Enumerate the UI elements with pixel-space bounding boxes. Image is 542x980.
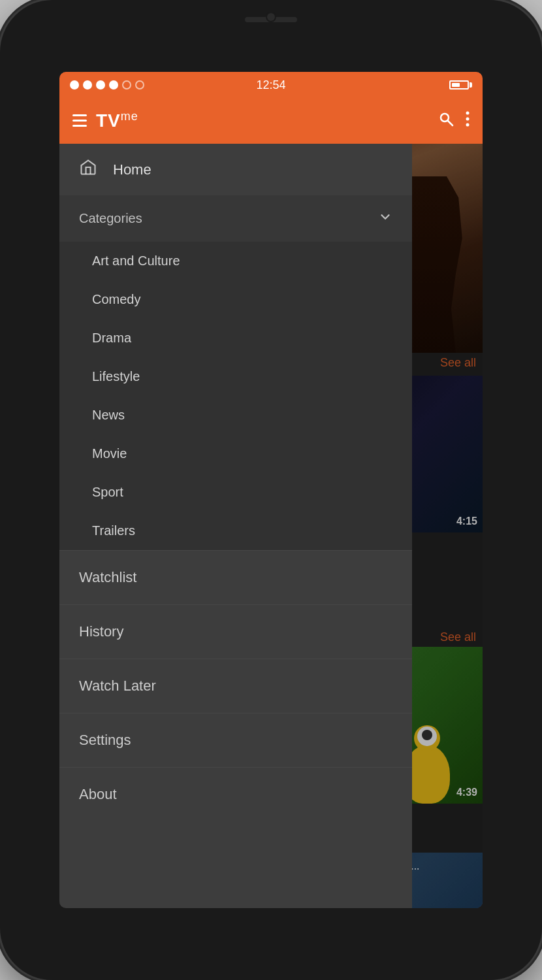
drawer-home-label: Home xyxy=(113,161,151,178)
hamburger-line-2 xyxy=(72,120,87,122)
drawer-categories-label: Categories xyxy=(79,211,142,226)
camera xyxy=(266,12,276,22)
battery-fill xyxy=(452,83,460,87)
app-bar-left: TVme xyxy=(72,110,138,131)
drawer-categories-row[interactable]: Categories xyxy=(59,195,412,242)
navigation-drawer: Home Categories Art and Culture xyxy=(59,144,412,908)
chevron-down-icon xyxy=(378,210,392,227)
signal-dot-6 xyxy=(135,80,144,90)
status-time: 12:54 xyxy=(256,78,285,92)
hamburger-menu-button[interactable] xyxy=(72,114,87,127)
app-title-tv: TV xyxy=(96,111,121,131)
category-item-lifestyle[interactable]: Lifestyle xyxy=(59,357,412,396)
svg-point-3 xyxy=(466,118,470,121)
app-bar-right xyxy=(438,111,470,131)
signal-dot-3 xyxy=(96,80,105,90)
category-item-news[interactable]: News xyxy=(59,396,412,434)
drawer-settings-item[interactable]: Settings xyxy=(59,713,412,767)
svg-point-2 xyxy=(466,112,470,115)
content-area: See all 4:15 The Raid Luke Trail xyxy=(59,144,483,908)
more-options-icon[interactable] xyxy=(466,111,470,131)
app-title: TVme xyxy=(96,110,138,131)
svg-point-4 xyxy=(466,123,470,127)
drawer-about-item[interactable]: About xyxy=(59,767,412,821)
home-icon xyxy=(79,158,97,181)
svg-line-1 xyxy=(448,121,453,125)
drawer-history-item[interactable]: History xyxy=(59,604,412,659)
drawer-home-item[interactable]: Home xyxy=(59,144,412,195)
category-item-drama[interactable]: Drama xyxy=(59,319,412,357)
drawer-watchlater-item[interactable]: Watch Later xyxy=(59,659,412,713)
phone-frame: 12:54 TVme xyxy=(0,0,542,980)
app-title-me: me xyxy=(121,110,138,123)
categories-submenu: Art and Culture Comedy Drama Lifestyle N… xyxy=(59,242,412,550)
screen: 12:54 TVme xyxy=(59,72,483,908)
status-bar: 12:54 xyxy=(59,72,483,98)
drawer-watchlist-item[interactable]: Watchlist xyxy=(59,550,412,604)
signal-dot-1 xyxy=(70,80,79,90)
battery-tip xyxy=(470,82,472,88)
category-item-sport[interactable]: Sport xyxy=(59,473,412,512)
signal-dot-4 xyxy=(109,80,118,90)
signal-dot-5 xyxy=(122,80,131,90)
hamburger-line-3 xyxy=(72,125,87,127)
signal-indicators xyxy=(70,80,144,90)
signal-dot-2 xyxy=(83,80,92,90)
category-item-art[interactable]: Art and Culture xyxy=(59,242,412,280)
battery-icon xyxy=(449,80,472,90)
category-item-comedy[interactable]: Comedy xyxy=(59,280,412,319)
battery-body xyxy=(449,80,469,90)
search-icon[interactable] xyxy=(438,111,454,131)
category-item-trailers[interactable]: Trailers xyxy=(59,512,412,550)
app-bar: TVme xyxy=(59,98,483,144)
hamburger-line-1 xyxy=(72,114,87,116)
category-item-movie[interactable]: Movie xyxy=(59,434,412,473)
